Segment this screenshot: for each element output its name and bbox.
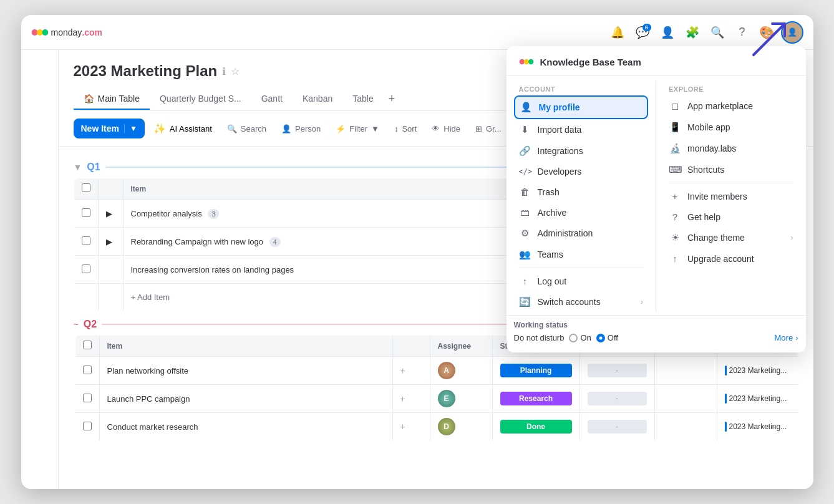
- row5-numbers: [654, 385, 717, 413]
- link-bar: [725, 394, 727, 404]
- dropdown-item-app-marketplace[interactable]: ◻ App marketplace: [664, 95, 798, 117]
- new-item-button[interactable]: New Item ▼: [74, 119, 145, 138]
- q1-collapse-icon[interactable]: ▼: [74, 162, 82, 172]
- q2-header-checkbox[interactable]: [74, 336, 99, 357]
- switch-accounts-icon: 🔄: [519, 296, 531, 308]
- row1-checkbox[interactable]: [74, 200, 98, 228]
- q2-collapse-icon[interactable]: ~: [74, 319, 79, 329]
- hide-icon: 👁: [432, 124, 440, 133]
- dropdown-item-import-data[interactable]: ⬇ Import data: [514, 119, 649, 140]
- dropdown-item-trash[interactable]: 🗑 Trash: [514, 182, 649, 202]
- explore-divider: [669, 183, 793, 183]
- q2-header-chat: [392, 336, 430, 357]
- ai-assistant-button[interactable]: ✨ AI Assistant: [147, 119, 218, 138]
- off-option[interactable]: Off: [596, 333, 618, 342]
- row5-status[interactable]: Research: [492, 385, 579, 413]
- dropdown-item-archive[interactable]: 🗃 Archive: [514, 202, 649, 223]
- row6-status[interactable]: Done: [492, 413, 579, 441]
- mobile-app-icon: 📱: [669, 122, 681, 133]
- tab-gantt[interactable]: Gantt: [251, 89, 293, 110]
- row5-assignee: E: [430, 385, 492, 413]
- invite-button[interactable]: 👤: [656, 21, 679, 44]
- q1-header-checkbox[interactable]: [74, 178, 98, 200]
- row4-chat[interactable]: +: [392, 357, 430, 385]
- group-button[interactable]: ⊞ Gr...: [469, 120, 508, 137]
- board-title: 2023 Marketing Plan: [74, 62, 218, 80]
- dropdown-item-integrations[interactable]: 🔗 Integrations: [514, 140, 649, 162]
- apps-button[interactable]: 🧩: [681, 21, 704, 44]
- dropdown-item-mobile-app[interactable]: 📱 Mobile app: [664, 117, 798, 138]
- board-star-icon[interactable]: ☆: [231, 65, 240, 77]
- dropdown-item-administration[interactable]: ⚙ Administration: [514, 223, 649, 244]
- row5-chat[interactable]: +: [392, 385, 430, 413]
- row1-expand[interactable]: ▶: [98, 200, 123, 228]
- account-section-label: Account: [514, 80, 649, 95]
- dropdown-item-invite-members[interactable]: + Invite members: [664, 186, 798, 206]
- monday-logo-icon: [31, 26, 49, 39]
- tab-quarterly-budget[interactable]: Quarterly Budget S...: [150, 89, 251, 110]
- search-toolbar-button[interactable]: 🔍 Search: [221, 120, 273, 137]
- arrow-pointer: [741, 17, 791, 67]
- row6-chat[interactable]: +: [392, 413, 430, 441]
- row2-expand[interactable]: ▶: [98, 228, 123, 256]
- on-option[interactable]: On: [569, 333, 591, 342]
- dropdown-item-my-profile[interactable]: 👤 My profile: [514, 95, 649, 119]
- person-button[interactable]: 👤 Person: [275, 120, 327, 137]
- integrations-icon: 🔗: [519, 145, 531, 157]
- dropdown-item-upgrade-account[interactable]: ↑ Upgrade account: [664, 248, 798, 269]
- row6-name: Conduct market research: [99, 413, 392, 441]
- svg-point-1: [37, 29, 43, 36]
- get-help-label: Get help: [687, 212, 720, 222]
- dropdown-item-developers[interactable]: </> Developers: [514, 162, 649, 182]
- new-item-dropdown-arrow[interactable]: ▼: [124, 124, 137, 133]
- working-status-label: Working status: [514, 321, 798, 329]
- person-label: Person: [295, 124, 321, 133]
- row2-checkbox[interactable]: [74, 228, 98, 256]
- row6-avatar: D: [438, 418, 455, 435]
- import-data-icon: ⬇: [519, 124, 531, 135]
- off-radio: [596, 334, 605, 342]
- svg-point-5: [528, 59, 533, 64]
- ai-icon: ✨: [153, 123, 166, 135]
- dropdown-item-switch-accounts[interactable]: 🔄 Switch accounts ›: [514, 291, 649, 313]
- profile-dropdown-menu: Knowledge Base Team Account 👤 My profile…: [507, 46, 806, 352]
- teams-label: Teams: [538, 250, 563, 259]
- tab-kanban[interactable]: Kanban: [293, 89, 342, 110]
- notifications-button[interactable]: 🔔: [606, 21, 629, 44]
- row6-checkbox[interactable]: [74, 413, 99, 441]
- more-button[interactable]: More ›: [775, 333, 798, 342]
- row5-checkbox[interactable]: [74, 385, 99, 413]
- dropdown-item-shortcuts[interactable]: ⌨ Shortcuts: [664, 159, 798, 180]
- filter-dropdown-icon: ▼: [371, 124, 379, 133]
- tab-table[interactable]: Table: [342, 89, 383, 110]
- filter-button[interactable]: ⚡ Filter ▼: [329, 120, 385, 137]
- link-bar: [725, 366, 727, 376]
- inbox-button[interactable]: 💬 6: [631, 21, 654, 44]
- person-icon: 👤: [281, 124, 291, 133]
- trash-label: Trash: [538, 187, 560, 197]
- q2-title: Q2: [84, 319, 97, 330]
- row5-timeline-cell: -: [588, 392, 647, 405]
- search-button[interactable]: 🔍: [706, 21, 729, 44]
- tab-add-button[interactable]: +: [384, 87, 400, 110]
- mobile-app-label: Mobile app: [687, 122, 730, 132]
- dropdown-item-teams[interactable]: 👥 Teams: [514, 244, 649, 265]
- app-window: monday.com 🔔 💬 6 👤 🧩 🔍 ? 🎨 👤: [21, 15, 813, 489]
- q1-title: Q1: [87, 162, 100, 173]
- tab-main-table[interactable]: 🏠 Main Table: [74, 89, 150, 110]
- sort-button[interactable]: ↕ Sort: [388, 120, 423, 137]
- row4-link-cell: 2023 Marketing...: [725, 366, 790, 376]
- row3-checkbox[interactable]: [74, 256, 98, 284]
- row4-assignee: A: [430, 357, 492, 385]
- dropdown-item-monday-labs[interactable]: 🔬 monday.labs: [664, 138, 798, 159]
- row4-checkbox[interactable]: [74, 357, 99, 385]
- row6-assignee: D: [430, 413, 492, 441]
- row6-status-badge: Done: [500, 420, 572, 434]
- hide-button[interactable]: 👁 Hide: [425, 120, 467, 137]
- change-theme-icon: ☀: [669, 232, 681, 243]
- dropdown-item-change-theme[interactable]: ☀ Change theme ›: [664, 227, 798, 248]
- dropdown-item-log-out[interactable]: ↑ Log out: [514, 271, 649, 291]
- dropdown-item-get-help[interactable]: ? Get help: [664, 206, 798, 227]
- board-info-icon[interactable]: ℹ: [222, 65, 226, 77]
- row4-status[interactable]: Planning: [492, 357, 579, 385]
